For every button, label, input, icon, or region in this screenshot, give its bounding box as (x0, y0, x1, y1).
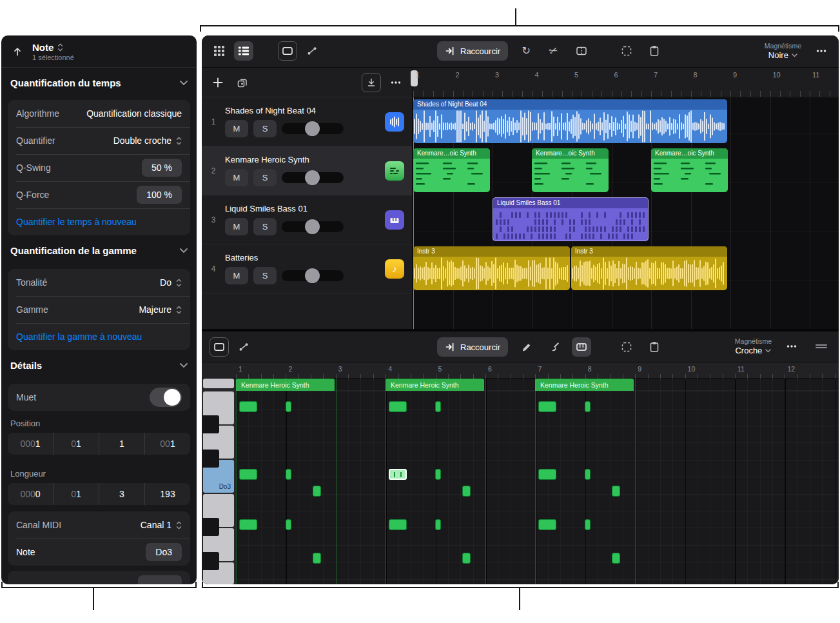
midi-note[interactable] (313, 486, 321, 497)
keyboard-panel-button[interactable] (572, 337, 591, 357)
tracks-lanes[interactable]: Shades of Night Beat 04 Kenmare…oic Synt… (413, 97, 839, 329)
drums-region[interactable]: Instr 3 (571, 246, 727, 290)
editor-region-header[interactable]: Kenmare Heroic Synth (535, 379, 634, 391)
solo-button[interactable]: S (253, 169, 277, 186)
section-scale-quantize-header[interactable]: Quantification de la gamme (10, 242, 188, 259)
volume-slider[interactable] (282, 172, 344, 183)
midi-note[interactable] (538, 401, 556, 412)
midi-region-bass[interactable]: Liquid Smiles Bass 01 (493, 197, 649, 241)
midi-note-selected[interactable] (389, 469, 407, 480)
loop-button[interactable]: ↻ (516, 41, 536, 61)
algorithm-row[interactable]: Algorithme Quantification classique (8, 100, 190, 127)
solo-button[interactable]: S (253, 218, 277, 235)
automation-button[interactable] (302, 41, 322, 61)
audio-region[interactable]: Shades of Night Beat 04 (413, 99, 727, 143)
slider-knob[interactable] (305, 170, 320, 185)
requantize-time-link[interactable]: Quantifier le temps à nouveau (8, 208, 190, 235)
key-row[interactable]: Tonalité Do (8, 269, 190, 296)
midi-note[interactable] (239, 469, 257, 480)
tracks-ruler[interactable]: 1234567891011 (413, 68, 839, 97)
midi-note[interactable] (538, 519, 556, 530)
piano-black-key[interactable] (202, 518, 219, 536)
midi-note[interactable] (612, 553, 620, 564)
add-track-button[interactable] (208, 73, 228, 92)
tracks-view-button[interactable] (234, 41, 253, 61)
midi-note[interactable] (286, 519, 291, 530)
length-beats[interactable]: 01 (53, 483, 99, 505)
midi-note[interactable] (435, 519, 441, 530)
midi-note[interactable] (462, 553, 471, 564)
track-row[interactable]: 4 Batteries M S ♪ (202, 244, 412, 293)
track-more-button[interactable] (386, 73, 405, 92)
midi-note[interactable] (239, 401, 257, 412)
midi-note[interactable] (612, 486, 620, 497)
length-field[interactable]: 0000 01 3 193 (8, 483, 190, 505)
volume-slider[interactable] (282, 221, 344, 232)
trim-button[interactable]: Raccourcir (437, 41, 508, 61)
track-row[interactable]: 1 Shades of Night Beat 04 M S (202, 97, 412, 146)
mute-button[interactable]: M (225, 169, 248, 186)
paste-button[interactable] (645, 41, 664, 61)
midi-region-synth[interactable]: Kenmare…oic Synth (532, 148, 609, 192)
piano-black-key[interactable] (202, 450, 219, 468)
scale-row[interactable]: Gamme Majeure (8, 296, 190, 323)
piano-black-key[interactable] (202, 415, 219, 433)
duplicate-track-button[interactable] (233, 73, 252, 92)
more-button[interactable] (812, 41, 831, 61)
mute-toggle[interactable] (150, 388, 182, 407)
midi-note[interactable] (313, 553, 321, 564)
midi-note[interactable] (389, 519, 407, 530)
midi-region-synth[interactable]: Kenmare…oic Synth (413, 148, 490, 192)
q-force-field[interactable]: 100 % (137, 186, 182, 204)
midi-note[interactable] (585, 469, 591, 480)
editor-trim-button[interactable]: Raccourcir (437, 337, 508, 357)
back-button[interactable] (9, 43, 26, 60)
editor-automation-button[interactable] (234, 337, 253, 357)
mute-button[interactable]: M (225, 120, 248, 137)
editor-paste-button[interactable] (645, 337, 664, 357)
editor-region-header[interactable]: Kenmare Heroic Synth (236, 379, 335, 391)
midi-note[interactable] (239, 519, 257, 530)
midi-note[interactable] (286, 401, 291, 412)
slider-knob[interactable] (305, 121, 320, 136)
capture-selection-button[interactable] (617, 41, 636, 61)
resize-handle[interactable] (812, 337, 831, 356)
import-button[interactable] (362, 73, 381, 92)
mute-button[interactable]: M (225, 267, 248, 284)
midi-note[interactable] (585, 519, 591, 530)
position-beats[interactable]: 01 (53, 433, 99, 455)
midi-note[interactable] (389, 401, 407, 412)
loops-view-button[interactable] (210, 41, 229, 61)
length-divisions[interactable]: 3 (99, 483, 144, 505)
midi-note[interactable] (538, 469, 556, 480)
editor-region-header[interactable]: Kenmare Heroic Synth (386, 379, 484, 391)
pencil-tool-button[interactable] (516, 337, 536, 357)
editor-capture-selection-button[interactable] (617, 337, 636, 357)
length-bars[interactable]: 0000 (8, 483, 53, 505)
quantize-row[interactable]: Quantifier Double croche (8, 127, 190, 154)
marquee-tool-button[interactable] (278, 41, 297, 61)
midi-note[interactable] (435, 401, 441, 412)
slider-knob[interactable] (305, 268, 320, 283)
partial-field[interactable] (138, 575, 182, 585)
position-divisions[interactable]: 1 (99, 433, 144, 455)
position-ticks[interactable]: 001 (144, 433, 190, 455)
chevron-up-down-icon[interactable] (57, 43, 63, 52)
scissors-button[interactable]: ✂ (544, 41, 563, 61)
midi-note[interactable] (585, 401, 591, 412)
volume-slider[interactable] (282, 123, 344, 134)
midi-region-synth[interactable]: Kenmare…oic Synth (651, 148, 728, 192)
midi-note[interactable] (286, 469, 291, 480)
solo-button[interactable]: S (253, 267, 277, 284)
editor-more-button[interactable] (782, 337, 801, 356)
piano-black-key[interactable] (202, 552, 219, 570)
solo-button[interactable]: S (253, 120, 277, 137)
split-button[interactable] (572, 41, 591, 61)
volume-slider[interactable] (282, 270, 344, 281)
midi-note[interactable] (462, 486, 471, 497)
slider-knob[interactable] (305, 219, 320, 234)
midi-note[interactable] (435, 469, 441, 480)
section-details-header[interactable]: Détails (10, 357, 188, 373)
editor-marquee-tool-button[interactable] (210, 337, 229, 357)
midi-channel-row[interactable]: Canal MIDI Canal 1 (8, 511, 190, 539)
